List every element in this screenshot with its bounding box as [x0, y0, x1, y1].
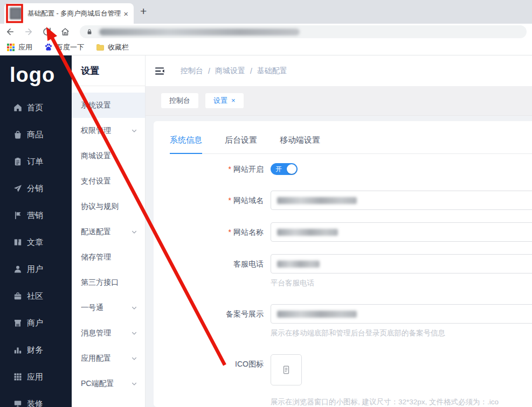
breadcrumb-item: 基础配置 /: [257, 66, 287, 76]
tab-close-icon[interactable]: ×: [123, 10, 128, 18]
breadcrumb-link[interactable]: 基础配置: [257, 66, 287, 76]
sidebar-item[interactable]: 分销: [0, 175, 72, 202]
submenu-item[interactable]: 配送配置: [72, 219, 145, 244]
submenu-item[interactable]: 消息管理: [72, 320, 145, 346]
submenu-item-label: 第三方接口: [81, 278, 137, 287]
sidebar-item[interactable]: 商品: [0, 121, 72, 148]
browser-toolbar: [0, 24, 532, 40]
settings-tab[interactable]: 移动端设置: [280, 135, 320, 154]
input-value-redacted: [277, 197, 357, 204]
text-input[interactable]: [271, 304, 532, 324]
bookmarks-bar: 应用 百度一下 收藏栏: [0, 40, 532, 55]
switch-knob: [287, 164, 296, 174]
page-tag[interactable]: 设置 ×: [205, 93, 244, 108]
submenu-item[interactable]: 一号通: [72, 295, 145, 320]
field-label-text: 网站名称: [233, 228, 264, 236]
settings-tab[interactable]: 后台设置: [225, 135, 257, 154]
field-control: 开: [271, 163, 532, 175]
input-value-redacted: [277, 311, 357, 318]
bookmark-item[interactable]: 百度一下: [44, 43, 84, 52]
field-label-text: 网站域名: [233, 196, 264, 205]
home-icon[interactable]: [60, 27, 70, 37]
submenu-item-label: 一号通: [81, 303, 131, 313]
ico-upload-box[interactable]: [271, 354, 302, 385]
breadcrumb-link[interactable]: 商城设置: [215, 66, 245, 76]
folder-icon: [96, 43, 105, 52]
primary-sidebar: logo 首页 商品 订单 分销 营销: [0, 55, 72, 407]
sidebar-item[interactable]: 文章: [0, 229, 72, 256]
order-clipboard-icon: [13, 157, 22, 166]
tags-bar: 控制台 × 设置 ×: [146, 86, 532, 116]
submenu-item[interactable]: 支付设置: [72, 169, 145, 194]
page-tag-label: 控制台: [169, 93, 190, 108]
address-bar[interactable]: [80, 25, 527, 38]
bookmark-item[interactable]: 应用: [6, 43, 32, 52]
main-header: 控制台 / 商城设置 / 基础配置 /: [146, 55, 532, 86]
page-tag[interactable]: 控制台 ×: [161, 93, 198, 108]
text-input[interactable]: [271, 222, 532, 242]
bookmark-label: 收藏栏: [108, 43, 129, 52]
bookmark-item[interactable]: 收藏栏: [96, 43, 129, 52]
submenu-item[interactable]: 协议与规则: [72, 194, 145, 219]
apps-grid-dark-icon: [13, 373, 22, 381]
field-label: *网站开启: [170, 163, 271, 175]
sidebar-item[interactable]: 营销: [0, 202, 72, 229]
document-icon: [281, 365, 291, 375]
field-label: *网站名称: [170, 222, 271, 242]
menu-collapse-icon[interactable]: [154, 66, 165, 76]
reload-icon[interactable]: [42, 27, 52, 37]
sidebar-item-label: 应用: [27, 372, 43, 382]
browser-tab[interactable]: 基础配置 - 多商户商城后台管理 ×: [4, 3, 134, 24]
chevron-down-icon: [131, 128, 137, 134]
field-control: 开: [271, 191, 532, 210]
form-field-row: *网站开启 开: [170, 163, 532, 175]
submenu-item-label: 商城设置: [81, 151, 137, 161]
lock-icon: [86, 29, 93, 35]
sidebar-item[interactable]: 装修: [0, 390, 72, 407]
sidebar-item[interactable]: 首页: [0, 94, 72, 121]
sidebar-item[interactable]: 社区: [0, 283, 72, 310]
field-control: 开: [271, 222, 532, 242]
new-tab-button[interactable]: +: [140, 5, 147, 18]
submenu-item-label: 系统设置: [81, 101, 137, 110]
field-label: *ICO图标: [170, 354, 271, 374]
sidebar-item[interactable]: 财务: [0, 336, 72, 363]
submenu-item[interactable]: 第三方接口: [72, 270, 145, 295]
back-icon[interactable]: [5, 27, 15, 37]
tag-close-icon[interactable]: ×: [231, 93, 236, 108]
submenu-item-label: 支付设置: [81, 177, 137, 186]
logo: logo: [0, 55, 72, 94]
breadcrumb-item: 商城设置 /: [215, 66, 257, 76]
sidebar-item[interactable]: 用户: [0, 256, 72, 283]
submenu-item[interactable]: 应用配置: [72, 346, 145, 371]
breadcrumb-item: 控制台 /: [181, 66, 215, 76]
tab-title: 基础配置 - 多商户商城后台管理: [27, 9, 121, 18]
form-field-row: *客服电话 开: [170, 254, 532, 288]
submenu-item-label: 配送配置: [81, 227, 131, 237]
article-book-icon: [13, 238, 22, 247]
breadcrumb-separator: /: [208, 67, 210, 75]
field-control: 开 展示在浏览器窗口的小图标, 建议尺寸：32*32px, 文件格式必须为：.i…: [271, 354, 532, 407]
settings-tab[interactable]: 系统信息: [170, 135, 202, 154]
sidebar-item[interactable]: 商户: [0, 310, 72, 336]
forward-icon[interactable]: [24, 27, 33, 37]
submenu-item[interactable]: PC端配置: [72, 371, 145, 396]
form-field-row: *网站名称 开: [170, 222, 532, 242]
page-tag-label: 设置: [213, 93, 227, 108]
settings-tab-label: 移动端设置: [280, 135, 320, 144]
breadcrumb-link[interactable]: 控制台: [181, 66, 203, 76]
submenu-item[interactable]: 系统设置: [72, 93, 145, 118]
toggle-switch[interactable]: 开: [271, 163, 298, 175]
distribution-plane-icon: [13, 184, 22, 193]
text-input[interactable]: [271, 254, 532, 273]
sidebar-item[interactable]: 订单: [0, 148, 72, 175]
submenu-item[interactable]: 储存管理: [72, 244, 145, 270]
bookmark-label: 百度一下: [56, 43, 84, 52]
baidu-paw-icon: [44, 43, 53, 52]
submenu-item[interactable]: 权限管理: [72, 118, 145, 143]
input-value-redacted: [277, 229, 338, 236]
submenu-item[interactable]: 商城设置: [72, 143, 145, 169]
field-control: 开 平台客服电话: [271, 254, 532, 288]
sidebar-item[interactable]: 应用: [0, 363, 72, 390]
text-input[interactable]: [271, 191, 532, 210]
